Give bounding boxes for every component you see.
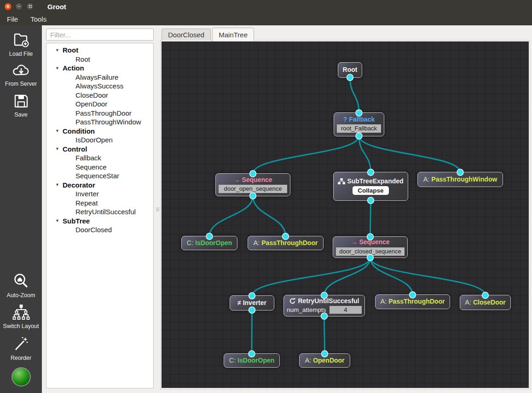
node-port-top-subtree_expanded[interactable] <box>368 169 374 176</box>
palette-category-action[interactable]: ▼Action <box>46 64 153 73</box>
maximize-icon[interactable] <box>26 3 34 11</box>
menu-tools[interactable]: Tools <box>30 15 46 23</box>
main-content: Load File From Server Save <box>0 25 532 393</box>
palette-category-control[interactable]: ▼Control <box>46 145 153 154</box>
palette-item-passthroughwindow[interactable]: PassThroughWindow <box>46 117 153 127</box>
palette-category-root[interactable]: ▼Root <box>46 46 153 55</box>
palette-tree: ▼RootRoot▼ActionAlwaysFailureAlwaysSucce… <box>46 43 154 388</box>
from-server-icon <box>12 62 31 79</box>
tab-bar: DoorClosedMainTree <box>159 25 532 41</box>
switch-layout-label: Switch Layout <box>3 323 39 329</box>
node-port-top-pass_through_window[interactable] <box>457 169 463 176</box>
palette-item-fallback[interactable]: Fallback <box>46 153 153 163</box>
node-port-top-retry_until_succesful[interactable] <box>321 292 328 299</box>
from-server-button[interactable]: From Server <box>0 59 42 89</box>
palette-item-sequencestar[interactable]: SequenceStar <box>46 171 153 181</box>
node-name-label: CloseDoor <box>473 299 506 306</box>
parameter-value-field[interactable]: 4 <box>330 306 362 314</box>
window-controls: × − <box>4 3 34 11</box>
palette-item-isdooropen[interactable]: IsDoorOpen <box>46 135 153 145</box>
load-file-icon <box>12 30 30 49</box>
palette-item-closedoor[interactable]: CloseDoor <box>46 91 153 100</box>
palette-category-label: Control <box>63 145 87 153</box>
palette-category-condition[interactable]: ▼Condition <box>46 127 153 136</box>
palette-category-label: Root <box>63 46 78 54</box>
node-port-top-is_door_open_1[interactable] <box>206 233 213 240</box>
palette-item-alwaysfailure[interactable]: AlwaysFailure <box>46 73 153 82</box>
node-port-top-is_door_open_2[interactable] <box>249 351 255 357</box>
palette-item-opendoor[interactable]: OpenDoor <box>46 100 153 109</box>
node-name-label: PassThroughDoor <box>388 298 445 305</box>
close-icon[interactable]: × <box>4 3 12 11</box>
node-title: A:PassThroughDoor <box>381 298 445 305</box>
reorder-label: Reorder <box>11 355 31 361</box>
node-port-bottom-inverter[interactable] <box>249 307 255 313</box>
tree-canvas[interactable]: Root?Fallbackroot_Fallback→Sequencedoor_… <box>162 41 529 388</box>
switch-layout-button[interactable]: Switch Layout <box>0 301 42 332</box>
palette-category-label: Condition <box>63 127 95 135</box>
node-port-top-pass_through_door_1[interactable] <box>283 233 289 240</box>
palette-category-decorator[interactable]: ▼Decorator <box>46 181 153 190</box>
load-file-button[interactable]: Load File <box>0 28 42 59</box>
panel-splitter[interactable] <box>156 25 159 393</box>
node-port-top-sequence_closed[interactable] <box>367 234 374 240</box>
node-port-bottom-sequence_closed[interactable] <box>367 254 374 261</box>
switch-layout-icon <box>12 304 31 321</box>
node-title: A:PassThroughDoor <box>254 240 318 247</box>
chevron-down-icon: ▼ <box>55 66 63 70</box>
collapse-button[interactable]: Collapse <box>353 186 388 195</box>
save-button[interactable]: Save <box>0 89 42 120</box>
node-port-top-inverter[interactable] <box>249 293 255 299</box>
node-port-top-open_door[interactable] <box>322 351 328 357</box>
palette-item-root[interactable]: Root <box>46 55 153 64</box>
node-name-label: IsDoorOpen <box>195 240 232 246</box>
palette-item-doorclosed[interactable]: DoorClosed <box>46 225 153 235</box>
chevron-down-icon: ▼ <box>55 129 63 133</box>
tab-doorclosed[interactable]: DoorClosed <box>162 29 211 41</box>
save-label: Save <box>14 111 28 118</box>
node-title: ?Fallback <box>343 116 375 123</box>
node-port-top-pass_through_door_2[interactable] <box>410 292 416 298</box>
palette-category-label: Decorator <box>63 181 95 189</box>
node-port-top-close_door[interactable] <box>482 292 489 299</box>
palette-item-retryuntilsuccesful[interactable]: RetryUntilSuccesful <box>46 207 153 217</box>
palette-item-passthroughdoor[interactable]: PassThroughDoor <box>46 109 153 118</box>
node-port-bottom-root[interactable] <box>347 74 353 81</box>
filter-input[interactable] <box>46 29 154 41</box>
menu-file[interactable]: File <box>7 15 18 23</box>
arrow-right-icon: → <box>233 176 240 183</box>
node-type-prefix: A: <box>254 240 260 247</box>
node-port-bottom-subtree_expanded[interactable] <box>368 197 374 204</box>
node-title: A:PassThroughWindow <box>423 176 497 183</box>
reorder-button[interactable]: Reorder <box>0 332 42 364</box>
node-instance-name-field[interactable]: root_Fallback <box>337 124 381 133</box>
node-port-bottom-retry_until_succesful[interactable] <box>321 313 328 319</box>
palette-item-inverter[interactable]: Inverter <box>46 189 153 199</box>
node-name-label: Root <box>343 66 358 73</box>
menu-bar: File Tools <box>0 13 532 25</box>
palette-item-repeat[interactable]: Repeat <box>46 199 153 208</box>
node-port-top-fallback[interactable] <box>356 110 362 116</box>
node-port-top-sequence_open[interactable] <box>250 170 256 177</box>
palette-item-sequence[interactable]: Sequence <box>46 163 153 172</box>
node-type-prefix: A: <box>465 299 471 306</box>
node-port-bottom-sequence_open[interactable] <box>250 193 256 199</box>
auto-zoom-icon <box>12 272 30 290</box>
palette-item-alwayssuccess[interactable]: AlwaysSuccess <box>46 82 153 91</box>
node-port-bottom-fallback[interactable] <box>356 133 362 139</box>
minimize-icon[interactable]: − <box>15 3 23 11</box>
window-title: Groot <box>47 3 66 11</box>
title-bar: × − Groot <box>0 0 532 13</box>
palette-category-subtree[interactable]: ▼SubTree <box>46 217 153 226</box>
node-name-label: PassThroughWindow <box>431 176 497 183</box>
auto-zoom-button[interactable]: Auto-Zoom <box>0 269 42 301</box>
tab-maintree[interactable]: MainTree <box>212 28 254 41</box>
connection-status-orb <box>12 367 31 387</box>
chevron-down-icon: ▼ <box>55 182 63 187</box>
node-name-label: IsDoorOpen <box>237 357 274 364</box>
chevron-down-icon: ▼ <box>55 48 63 53</box>
tool-sidebar: Load File From Server Save <box>0 25 42 393</box>
not-equal-icon: ≠ <box>237 299 241 306</box>
node-instance-name-field[interactable]: door_open_sequence <box>219 185 287 193</box>
tree-node-subtree_expanded[interactable]: SubTreeExpandedCollapse <box>333 172 408 201</box>
